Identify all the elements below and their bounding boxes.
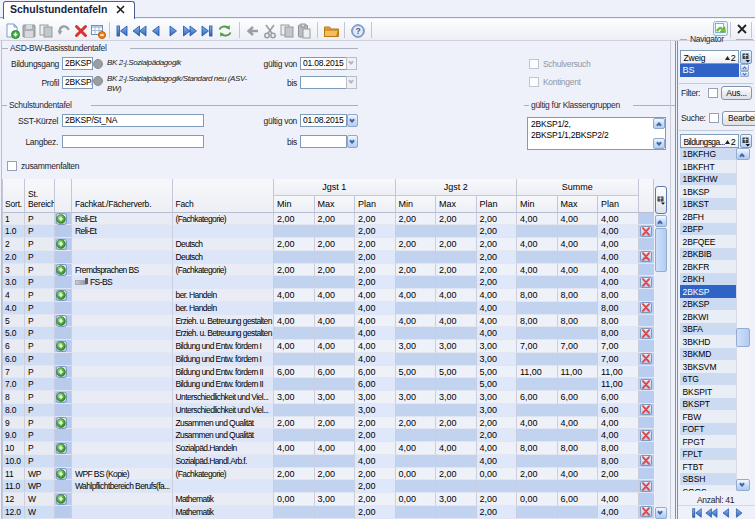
- svg-text:?: ?: [355, 26, 360, 36]
